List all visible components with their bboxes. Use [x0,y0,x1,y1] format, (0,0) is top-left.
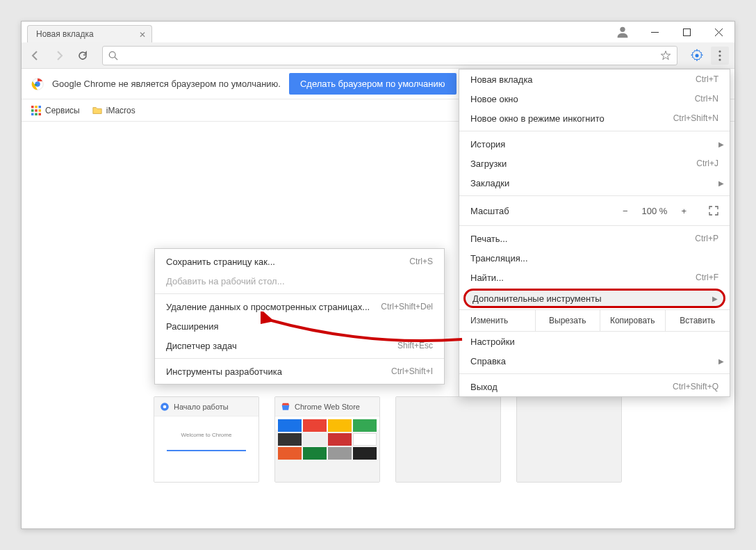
svg-rect-12 [39,106,42,108]
apps-shortcut[interactable]: Сервисы [31,106,80,115]
menu-downloads[interactable]: ЗагрузкиCtrl+J [459,154,730,173]
menu-new-window[interactable]: Новое окноCtrl+N [459,89,730,108]
zoom-out-button[interactable]: − [618,206,632,216]
menu-more-tools[interactable]: Дополнительные инструменты▶ [463,289,725,308]
close-window-button[interactable] [702,22,734,42]
thumb-empty[interactable] [516,396,622,483]
apps-grid-icon [31,106,41,115]
forward-button[interactable] [51,47,67,64]
svg-point-21 [163,405,167,408]
profile-icon[interactable] [615,24,630,40]
set-default-button[interactable]: Сделать браузером по умолчанию [289,73,457,95]
menu-new-tab[interactable]: Новая вкладкаCtrl+T [459,70,730,89]
submenu-devtools[interactable]: Инструменты разработчикаCtrl+Shift+I [155,362,444,381]
submenu-extensions[interactable]: Расширения [155,316,444,336]
thumb-getting-started[interactable]: Начало работы [154,396,259,483]
submenu-add-desktop: Добавить на рабочий стол... [155,271,444,291]
folder-icon [92,106,102,115]
chevron-right-icon: ▶ [718,140,724,148]
svg-rect-2 [683,29,690,35]
submenu-task-manager[interactable]: Диспетчер задачShift+Esc [155,336,444,355]
minimize-button[interactable] [639,22,671,42]
toolbar [22,42,734,69]
tab-title: Новая вкладка [36,29,94,39]
menu-cut[interactable]: Вырезать [535,310,600,331]
svg-rect-14 [35,109,38,112]
bookmark-star-icon[interactable] [660,50,671,61]
svg-rect-15 [39,109,42,112]
close-tab-icon[interactable]: ✕ [139,30,146,40]
submenu-clear-data[interactable]: Удаление данных о просмотренных страница… [155,297,444,316]
infobar-text: Google Chrome не является браузером по у… [52,79,281,89]
address-bar[interactable] [102,46,677,65]
apps-label: Сервисы [45,106,80,115]
svg-rect-13 [31,109,34,112]
chrome-logo-icon [31,78,44,90]
svg-rect-16 [31,113,34,115]
menu-zoom: Масштаб − 100 % + [459,199,730,223]
most-visited-thumbs: Начало работы Chrome Web Store [154,396,622,483]
svg-point-6 [718,54,721,56]
menu-settings[interactable]: Настройки [459,332,730,351]
menu-copy[interactable]: Копировать [600,310,665,331]
menu-help[interactable]: Справка▶ [459,351,730,371]
maximize-button[interactable] [671,22,702,42]
svg-point-3 [109,51,115,58]
svg-rect-17 [35,113,38,115]
chevron-right-icon: ▶ [712,295,718,302]
menu-bookmarks[interactable]: Закладки▶ [459,173,730,193]
back-button[interactable] [27,47,44,64]
svg-rect-18 [39,113,42,115]
menu-print[interactable]: Печать...Ctrl+P [459,229,730,248]
zoom-value: 100 % [642,206,668,216]
menu-cast[interactable]: Трансляция... [459,248,730,268]
zoom-in-button[interactable]: + [677,206,691,216]
svg-rect-1 [651,32,659,33]
bookmark-label: iMacros [106,106,135,115]
browser-tab[interactable]: Новая вкладка ✕ [27,25,152,42]
thumb-label: Chrome Web Store [295,403,360,411]
webstore-favicon-icon [281,402,290,412]
svg-point-5 [718,50,721,52]
thumb-webstore[interactable]: Chrome Web Store [274,396,380,483]
svg-rect-11 [35,106,38,108]
more-tools-submenu: Сохранить страницу как...Ctrl+S Добавить… [154,248,445,385]
reload-button[interactable] [74,47,91,64]
thumb-empty[interactable] [395,396,501,483]
chevron-right-icon: ▶ [718,179,724,187]
chrome-menu-button[interactable] [711,47,729,65]
svg-point-4 [696,54,699,57]
search-icon [108,51,118,60]
menu-find[interactable]: Найти...Ctrl+F [459,268,730,287]
menu-paste[interactable]: Вставить [665,310,730,331]
fullscreen-icon[interactable] [709,206,718,216]
chevron-right-icon: ▶ [718,357,724,365]
menu-edit-row: Изменить Вырезать Копировать Вставить [459,309,730,332]
svg-rect-10 [31,106,34,108]
thumb-label: Начало работы [174,403,229,411]
bookmark-imacros[interactable]: iMacros [92,106,135,115]
menu-history[interactable]: История▶ [459,134,730,154]
submenu-save-page[interactable]: Сохранить страницу как...Ctrl+S [155,252,444,271]
menu-incognito[interactable]: Новое окно в режиме инкогнитоCtrl+Shift+… [459,108,730,128]
chrome-favicon-icon [160,402,170,412]
chrome-main-menu: Новая вкладкаCtrl+T Новое окноCtrl+N Нов… [459,69,730,397]
menu-exit[interactable]: ВыходCtrl+Shift+Q [459,377,730,396]
svg-point-7 [718,58,721,60]
edit-label: Изменить [459,310,535,331]
svg-point-0 [620,27,625,32]
extension-gear-icon[interactable] [690,49,704,63]
titlebar: Новая вкладка ✕ [22,22,734,42]
window-controls [639,22,734,42]
